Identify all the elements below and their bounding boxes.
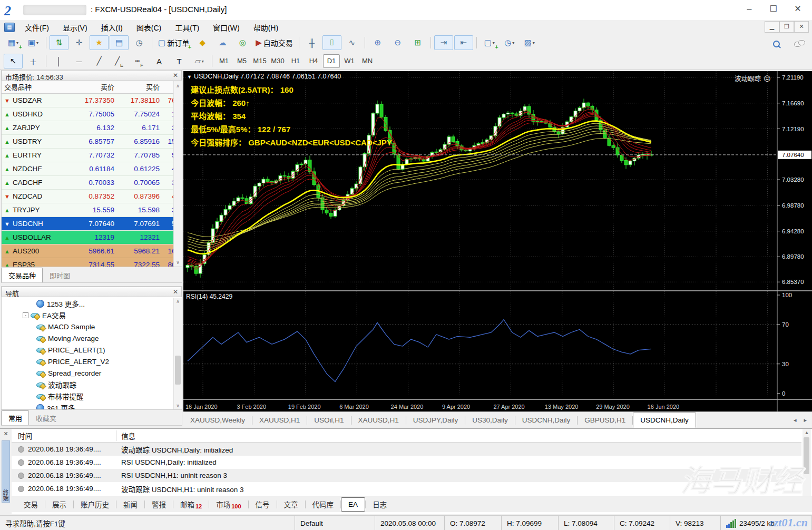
zoom-out-button[interactable]: ⊖ bbox=[388, 35, 407, 50]
trendline-button[interactable]: ╱ bbox=[90, 54, 109, 68]
zoom-in-button[interactable]: ⊕ bbox=[368, 35, 387, 50]
chart-tab-usdcnhdaily[interactable]: USDCNH,Daily bbox=[633, 413, 696, 428]
market-watch-row-usdhkd[interactable]: ▲USDHKD7.750057.7502419 bbox=[2, 107, 182, 121]
mdi-close-button[interactable]: ✕ bbox=[794, 21, 809, 33]
market-watch-row-usdtry[interactable]: ▲USDTRY6.857576.85916159 bbox=[2, 135, 182, 149]
close-button[interactable]: ✕ bbox=[786, 0, 810, 18]
shapes-button[interactable]: ▱▾ bbox=[190, 54, 209, 68]
menu-f[interactable]: 文件(F) bbox=[18, 20, 56, 35]
line-chart-button[interactable]: ∿ bbox=[343, 35, 361, 50]
timeframe-m30[interactable]: M30 bbox=[269, 54, 286, 68]
chart-tab-xauusdweekly[interactable]: XAUUSD,Weekly bbox=[183, 414, 252, 427]
terminal-tab-9[interactable]: 代码库 bbox=[306, 496, 341, 512]
tab-即时图[interactable]: 即时图 bbox=[43, 268, 77, 282]
terminal-tab-7[interactable]: 信号 bbox=[249, 496, 277, 512]
timeframe-w1[interactable]: W1 bbox=[341, 54, 358, 68]
timeframe-mn[interactable]: MN bbox=[359, 54, 376, 68]
market-watch-row-esp35[interactable]: ▲ESP357314.557322.55800 bbox=[2, 258, 182, 267]
market-watch-row-nzdchf[interactable]: ▲NZDCHF0.611840.6122541 bbox=[2, 162, 182, 176]
chart-shift-button[interactable]: ⇤ bbox=[454, 35, 473, 50]
terminal-tab-4[interactable]: 警报 bbox=[145, 496, 173, 512]
timeframe-m15[interactable]: M15 bbox=[251, 54, 268, 68]
crosshair-button[interactable]: ＋ bbox=[24, 54, 43, 68]
bar-chart-button[interactable]: ╫ bbox=[302, 35, 321, 50]
candlestick-button[interactable]: ⌷ bbox=[322, 35, 341, 50]
market-watch-close-icon[interactable]: ✕ bbox=[173, 72, 178, 79]
data-window-button[interactable]: ✛ bbox=[70, 35, 89, 50]
terminal-close-icon[interactable]: ✕ bbox=[0, 429, 12, 437]
navigator-scrollbar[interactable]: ∧ ∨ bbox=[173, 298, 182, 409]
column-header[interactable]: 交易品种 bbox=[2, 81, 69, 93]
terminal-tab-ea[interactable]: EA bbox=[341, 497, 365, 512]
menu-v[interactable]: 显示(V) bbox=[56, 20, 94, 35]
tile-windows-button[interactable]: ⊞ bbox=[408, 35, 427, 50]
chart-tab-us30daily[interactable]: US30,Daily bbox=[465, 414, 515, 427]
terminal-button[interactable]: ▤ bbox=[110, 35, 129, 50]
chart-tab-scroll-arrows[interactable]: ◂▸ bbox=[786, 417, 812, 424]
market-watch-row-cadchf[interactable]: ▲CADCHF0.700330.7006532 bbox=[2, 176, 182, 190]
search-icon[interactable] bbox=[769, 36, 784, 51]
chart-tab-xauusdh1[interactable]: XAUUSD,H1 bbox=[351, 414, 406, 427]
community-button[interactable]: ☁ bbox=[213, 35, 232, 50]
column-message[interactable]: 信息 bbox=[117, 430, 135, 441]
timeframe-m1[interactable]: M1 bbox=[216, 54, 232, 68]
channel-button[interactable]: ╱E bbox=[110, 54, 129, 68]
mdi-restore-button[interactable]: ❐ bbox=[779, 21, 794, 33]
tab-交易品种[interactable]: 交易品种 bbox=[2, 268, 43, 282]
terminal-tab-3[interactable]: 新闻 bbox=[116, 496, 144, 512]
chart-window-icon[interactable]: ▦ bbox=[4, 23, 15, 32]
terminal-tab-6[interactable]: 市场100 bbox=[209, 496, 248, 512]
navigator-item[interactable]: Spread_recorder bbox=[2, 367, 174, 379]
menu-t[interactable]: 工具(T) bbox=[168, 20, 206, 35]
chart-dropdown-icon[interactable]: ▼ bbox=[187, 74, 192, 80]
cursor-button[interactable]: ↖ bbox=[4, 54, 23, 68]
signals-button[interactable]: ◎ bbox=[233, 35, 252, 50]
market-watch-row-aus200[interactable]: ▲AUS2005966.615968.21160 bbox=[2, 244, 182, 258]
timeframe-d1[interactable]: D1 bbox=[323, 54, 340, 68]
terminal-tab-5[interactable]: 邮箱12 bbox=[173, 496, 209, 512]
menu-i[interactable]: 插入(I) bbox=[94, 20, 130, 35]
navigator-item[interactable]: -EA交易 bbox=[2, 309, 174, 321]
new-order-button[interactable]: ▢+新订单 bbox=[155, 35, 192, 50]
tab-常用[interactable]: 常用 bbox=[2, 410, 29, 425]
column-time[interactable]: 时间 bbox=[12, 430, 117, 441]
journal-row[interactable]: 2020.06.18 19:36:49....波动跟踪 USDCNH,Daily… bbox=[12, 443, 801, 456]
timeframe-m5[interactable]: M5 bbox=[233, 54, 250, 68]
community-chat-icon[interactable] bbox=[792, 36, 807, 51]
journal-row[interactable]: 2020.06.18 19:36:49....RSI USDCNH,Daily:… bbox=[12, 456, 801, 469]
sad-face-icon[interactable]: ☹ bbox=[764, 75, 771, 83]
market-watch-row-usdcnh[interactable]: ▼USDCNH7.076407.0769151 bbox=[2, 217, 182, 231]
column-header[interactable]: 买价 bbox=[118, 81, 163, 93]
column-header[interactable]: 卖价 bbox=[69, 81, 118, 93]
timeframe-h4[interactable]: H4 bbox=[305, 54, 322, 68]
menu-w[interactable]: 窗口(W) bbox=[206, 20, 247, 35]
journal-row[interactable]: 2020.06.18 19:36:49....波动跟踪 USDCNH,H1: u… bbox=[12, 482, 801, 495]
vline-button[interactable]: │ bbox=[50, 54, 69, 68]
profiles-button[interactable]: ▣▾ bbox=[24, 35, 43, 50]
strategy-tester-button[interactable]: ◷ bbox=[130, 35, 149, 50]
navigator-item[interactable]: 布林带提醒 bbox=[2, 390, 174, 402]
market-watch-button[interactable]: ⇅ bbox=[50, 35, 69, 50]
autotrading-button[interactable]: ▶自动交易 bbox=[253, 35, 296, 50]
terminal-tab-0[interactable]: 交易 bbox=[17, 496, 45, 512]
fibonacci-button[interactable]: ┅F bbox=[130, 54, 149, 68]
terminal-tab-1[interactable]: 展示 bbox=[45, 496, 73, 512]
market-watch-row-usdzar[interactable]: ▼USDZAR17.3735017.38110760 bbox=[2, 94, 182, 107]
maximize-button[interactable]: ☐ bbox=[761, 0, 786, 18]
market-watch-row-eurtry[interactable]: ▲EURTRY7.707327.7078553 bbox=[2, 149, 182, 162]
text-button[interactable]: A bbox=[150, 54, 169, 68]
chart-tab-usdcnhdaily[interactable]: USDCNH,Daily bbox=[515, 414, 578, 427]
journal-row[interactable]: 2020.06.18 19:36:49....RSI USDCNH,H1: un… bbox=[12, 469, 801, 482]
terminal-scrollbar[interactable]: ▲ bbox=[803, 429, 811, 496]
chart-tab-gbpusdh1[interactable]: GBPUSD,H1 bbox=[578, 414, 632, 427]
terminal-tab-2[interactable]: 账户历史 bbox=[74, 496, 116, 512]
terminal-strip-label[interactable]: 终端 bbox=[2, 440, 10, 503]
tree-expander-icon[interactable]: - bbox=[23, 312, 28, 318]
menu-h[interactable]: 帮助(H) bbox=[247, 20, 285, 35]
tab-收藏夹[interactable]: 收藏夹 bbox=[29, 410, 63, 425]
navigator-button[interactable]: ★ bbox=[90, 35, 109, 50]
navigator-item[interactable]: MACD Sample bbox=[2, 321, 174, 332]
navigator-item[interactable]: Moving Average bbox=[2, 332, 174, 344]
templates-button[interactable]: ▨▾ bbox=[520, 35, 539, 50]
menu-c[interactable]: 图表(C) bbox=[130, 20, 168, 35]
